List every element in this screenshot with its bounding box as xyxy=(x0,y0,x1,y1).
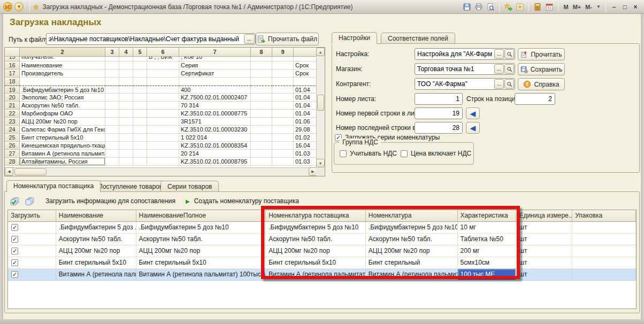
sheet-cell[interactable] xyxy=(272,142,294,150)
sheet-cell[interactable] xyxy=(119,102,133,110)
table-row[interactable]: ✓.Бифидумбактерин 5 доз ....Бифидумбакте… xyxy=(8,222,636,234)
sheet-cell[interactable]: АЦЦ 200мг №20 пор xyxy=(20,118,105,126)
sheet-cell[interactable] xyxy=(105,150,119,158)
sheet-cell[interactable]: 29.08 xyxy=(294,126,317,134)
sheet-cell[interactable]: 01.04 xyxy=(294,86,317,94)
table-cell[interactable] xyxy=(572,234,636,245)
sheet-cell[interactable] xyxy=(251,78,272,86)
column-header[interactable]: НаименованиеПолное xyxy=(136,210,266,222)
table-row[interactable]: ✓Бинт стерильный 5х10Бинт стерильный 5х1… xyxy=(8,257,636,269)
sheet-cell[interactable] xyxy=(147,118,179,126)
table-cell[interactable]: АЦЦ 200мг №20 пор xyxy=(266,245,366,257)
sheet-cell[interactable]: 3R1571 xyxy=(179,118,251,126)
sheet-cell[interactable]: 400 xyxy=(179,86,251,94)
table-cell[interactable]: Аскорутин №50 табл. xyxy=(266,234,366,245)
sheet-cell[interactable] xyxy=(251,61,272,70)
vertical-scrollbar[interactable]: ▲ ▼ xyxy=(316,48,325,167)
save-settings-button[interactable]: Сохранить xyxy=(518,63,565,75)
sheet-cell[interactable]: 01.04 xyxy=(294,102,317,110)
sheet-cell[interactable] xyxy=(133,110,147,118)
sheet-row[interactable]: 23АЦЦ 200мг №20 пор3R157101.06 xyxy=(5,118,317,126)
sheet-cell[interactable] xyxy=(119,134,133,142)
table-row[interactable]: ✓Витамин А (ретинола паль...Витамин А (р… xyxy=(8,269,636,281)
sheet-cell[interactable] xyxy=(251,126,272,134)
sheet-cell[interactable]: 01.02 xyxy=(294,134,317,142)
check-all-icon[interactable] xyxy=(9,195,20,207)
table-row[interactable]: ✓АЦЦ 200мг №20 порАЦЦ 200мг №20 порАЦЦ 2… xyxy=(8,245,636,257)
table-cell[interactable]: Аскорутин №50 табл. xyxy=(136,234,266,245)
sheet-cell[interactable]: получателя: xyxy=(20,57,105,61)
counterparty-browse-button[interactable]: ... xyxy=(494,79,504,89)
help-button[interactable]: ? Справка xyxy=(518,78,565,90)
table-cell[interactable]: Бинт стерильный 5х10 xyxy=(56,257,136,269)
sheet-cell[interactable] xyxy=(251,150,272,158)
sheet-row-number[interactable]: 18 xyxy=(5,78,20,86)
row-checkbox[interactable]: ✓ xyxy=(11,224,18,231)
table-cell[interactable] xyxy=(572,245,636,257)
sheet-cell[interactable] xyxy=(119,61,133,70)
sheet-cell[interactable] xyxy=(147,102,179,110)
sheet-cell[interactable] xyxy=(272,70,294,78)
sheet-cell[interactable] xyxy=(105,70,119,78)
sheet-row-number[interactable]: 26 xyxy=(5,142,20,150)
table-cell[interactable]: Витамин А (ретинола пальмитат)... xyxy=(266,269,366,281)
column-header[interactable]: Упаковка xyxy=(572,210,636,222)
column-header[interactable]: 3 xyxy=(105,48,119,57)
sheet-cell[interactable] xyxy=(133,102,147,110)
sheet-cell[interactable] xyxy=(251,142,272,150)
sheet-cell[interactable] xyxy=(105,110,119,118)
sheet-cell[interactable]: Витамин А (ретинола пальмитат) 100тыс МЕ… xyxy=(20,150,105,158)
column-header[interactable]: Характеристика xyxy=(458,210,517,222)
pick-last-row-button[interactable]: ◀ xyxy=(466,122,480,134)
table-cell[interactable]: Аскорутин №50 табл. xyxy=(366,234,458,245)
sheet-cell[interactable] xyxy=(133,70,147,78)
close-button[interactable]: × xyxy=(630,2,641,12)
first-row-input[interactable] xyxy=(415,107,463,119)
column-header[interactable]: Номенклатура поставщика xyxy=(266,210,366,222)
table-cell[interactable]: 200 мг xyxy=(458,245,517,257)
sheet-cell[interactable]: KZ.3510.02.01.00008795 xyxy=(179,158,251,166)
sheet-row[interactable]: 27Витамин А (ретинола пальмитат) 100тыс … xyxy=(5,150,317,158)
sheet-row-number[interactable]: 22 xyxy=(5,110,20,118)
uncheck-all-icon[interactable] xyxy=(24,195,35,207)
sheet-cell[interactable]: KZ.3510.02.01.00008354 xyxy=(179,142,251,150)
table-cell[interactable]: АЦЦ 200мг №20 пор xyxy=(136,245,266,257)
sheet-cell[interactable]: 1 022 014 xyxy=(179,134,251,142)
store-search-button[interactable] xyxy=(504,64,514,74)
sheet-row-number[interactable]: 23 xyxy=(5,118,20,126)
table-cell[interactable]: АЦЦ 200мг №20 пор xyxy=(366,245,458,257)
table-cell[interactable]: шт xyxy=(516,269,572,281)
sheet-cell[interactable] xyxy=(147,158,179,166)
maximize-button[interactable]: □ xyxy=(619,2,630,12)
add-favorite-icon[interactable] xyxy=(502,2,514,12)
column-header[interactable]: 5 xyxy=(133,48,147,57)
sheet-cell[interactable]: 01.04 xyxy=(294,94,317,102)
sheet-cell[interactable] xyxy=(133,134,147,142)
sheet-cell[interactable] xyxy=(119,78,133,86)
sheet-cell[interactable]: Алтайвитамины, Россия xyxy=(20,158,105,166)
memory-recall-button[interactable]: M xyxy=(561,4,570,10)
sheet-cell[interactable] xyxy=(251,94,272,102)
sheet-row[interactable]: 16НаименованиеСерияСрок xyxy=(5,61,317,70)
sheet-cell[interactable] xyxy=(147,110,179,118)
tab-supplier-nomenclature[interactable]: Номенклатура поставщика xyxy=(6,180,101,192)
sheet-row[interactable]: 21Аскорутин №50 табл.70 31401.04 xyxy=(5,102,317,110)
column-header[interactable]: Номенклатура xyxy=(366,210,458,222)
sheet-cell[interactable] xyxy=(251,70,272,78)
last-row-input[interactable] xyxy=(415,122,463,134)
sheet-cell[interactable] xyxy=(272,94,294,102)
column-header[interactable]: 4 xyxy=(119,48,133,57)
table-cell[interactable]: Витамин А (ретинола паль... xyxy=(56,269,136,281)
load-row-checkbox-cell[interactable]: ✓ xyxy=(8,257,56,269)
column-header[interactable] xyxy=(294,48,317,57)
sheet-cell[interactable] xyxy=(119,126,133,134)
sheet-cell[interactable] xyxy=(133,158,147,166)
table-cell[interactable]: шт xyxy=(516,245,572,257)
sheet-cell[interactable] xyxy=(147,150,179,158)
sheet-cell[interactable] xyxy=(251,110,272,118)
column-header[interactable]: 9 xyxy=(272,48,294,57)
counterparty-search-button[interactable] xyxy=(504,79,514,89)
column-header[interactable]: Наименование xyxy=(56,210,136,222)
sheet-cell[interactable] xyxy=(147,70,179,78)
sheet-cell[interactable] xyxy=(133,118,147,126)
